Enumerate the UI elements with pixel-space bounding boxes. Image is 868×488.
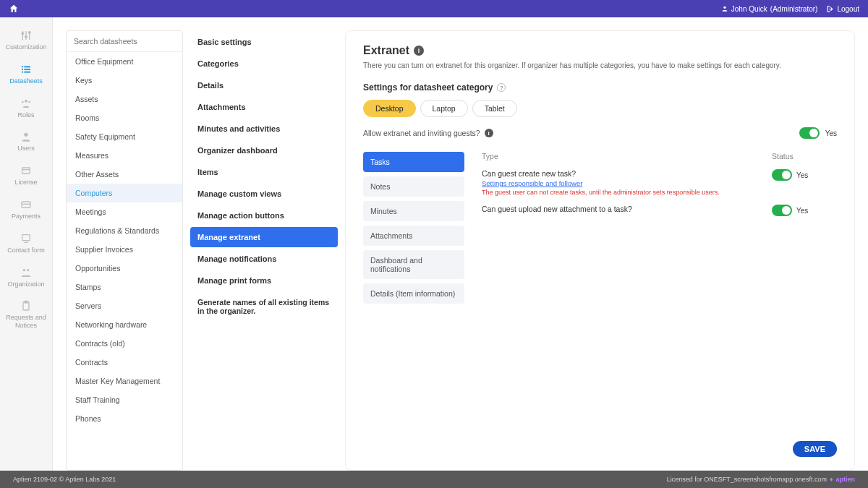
perm-label: Can guest create new task?: [482, 169, 772, 178]
info-icon[interactable]: i: [414, 46, 424, 56]
settings-item[interactable]: Manage action buttons: [190, 205, 338, 226]
svg-point-6: [28, 32, 30, 34]
perm-tab[interactable]: Details (Item information): [363, 283, 464, 304]
perm-status: Yes: [796, 171, 808, 179]
perm-tab[interactable]: Minutes: [363, 201, 464, 221]
datasheet-item[interactable]: Contracts (old): [67, 334, 182, 353]
datasheet-item[interactable]: Meetings: [67, 202, 182, 221]
settings-item[interactable]: Manage custom views: [190, 184, 338, 204]
datasheet-item[interactable]: Contracts: [67, 353, 182, 372]
settings-item[interactable]: Manage notifications: [190, 249, 338, 269]
settings-item[interactable]: Categories: [190, 53, 338, 74]
svg-rect-8: [24, 66, 30, 67]
nav-item-users[interactable]: Users: [0, 126, 52, 157]
extranet-panel: Extranet i There you can turn on extrane…: [345, 30, 855, 471]
settings-item[interactable]: Attachments: [190, 97, 338, 117]
user-name: John Quick: [731, 5, 767, 13]
permission-row: Can guest create new task?Settings respo…: [482, 165, 837, 200]
perm-label: Can guest upload new attachment to a tas…: [482, 205, 772, 213]
device-tab-laptop[interactable]: Laptop: [420, 100, 468, 117]
device-tab-tablet[interactable]: Tablet: [472, 100, 517, 117]
datasheet-item[interactable]: Supplier Invoices: [67, 240, 182, 259]
svg-rect-11: [22, 71, 23, 72]
perm-status: Yes: [796, 207, 808, 215]
datasheet-item[interactable]: Safety Equipment: [67, 127, 182, 146]
perm-tab[interactable]: Dashboard and notifications: [363, 250, 464, 279]
col-type-header: Type: [482, 152, 772, 160]
settings-item[interactable]: Details: [190, 75, 338, 95]
datasheet-item[interactable]: Master Key Management: [67, 372, 182, 390]
datasheet-item[interactable]: Networking hardware: [67, 315, 182, 334]
settings-item[interactable]: Items: [190, 162, 338, 182]
settings-heading-text: Settings for datasheet category: [363, 82, 493, 93]
perm-tab[interactable]: Notes: [363, 176, 464, 197]
user-icon: [20, 130, 33, 143]
search-input[interactable]: [67, 31, 182, 52]
save-button[interactable]: SAVE: [793, 441, 837, 457]
allow-extranet-value: Yes: [825, 129, 837, 137]
info-icon[interactable]: i: [485, 129, 493, 137]
nav-label: Payments: [12, 213, 41, 221]
footer-license: Licensed for ONESFT_screenshotsfromapp.o…: [667, 476, 827, 483]
settings-item[interactable]: Manage print forms: [190, 270, 338, 291]
settings-item[interactable]: Minutes and activities: [190, 119, 338, 139]
nav-item-license[interactable]: License: [0, 160, 52, 191]
datasheet-item[interactable]: Stamps: [67, 278, 182, 296]
nav-item-customization[interactable]: Customization: [0, 25, 52, 56]
footer-brand: aptien: [835, 476, 855, 483]
nav-item-organization[interactable]: Organization: [0, 262, 52, 293]
permission-tabs: TasksNotesMinutesAttachmentsDashboard an…: [363, 152, 464, 304]
perm-settings-link[interactable]: Settings responsible and follower: [482, 179, 772, 187]
svg-rect-10: [24, 69, 30, 70]
perm-tab[interactable]: Tasks: [363, 152, 464, 172]
datasheet-item[interactable]: Keys: [67, 71, 182, 90]
settings-heading: Settings for datasheet category ?: [363, 82, 837, 93]
svg-point-14: [22, 100, 24, 103]
settings-item[interactable]: Organizer dashboard: [190, 140, 338, 160]
datasheet-item[interactable]: Regulations & Standards: [67, 221, 182, 240]
nav-item-datasheets[interactable]: Datasheets: [0, 59, 52, 90]
allow-extranet-toggle[interactable]: [799, 127, 820, 139]
roles-icon: [20, 97, 33, 110]
datasheets-column: Office EquipmentKeysAssetsRoomsSafety Eq…: [66, 30, 183, 471]
topbar: John Quick (Administrator) Logout: [0, 0, 868, 17]
svg-rect-17: [22, 168, 30, 174]
logout-label: Logout: [837, 5, 859, 13]
datasheet-item[interactable]: Office Equipment: [67, 52, 182, 71]
datasheets-list: Office EquipmentKeysAssetsRoomsSafety Eq…: [67, 52, 182, 470]
nav-item-roles[interactable]: Roles: [0, 93, 52, 124]
perm-toggle[interactable]: [772, 169, 792, 181]
settings-item[interactable]: Basic settings: [190, 32, 338, 52]
device-tab-desktop[interactable]: Desktop: [363, 100, 416, 117]
logout-button[interactable]: Logout: [826, 5, 859, 13]
user-account[interactable]: John Quick (Administrator): [721, 5, 818, 13]
datasheet-item[interactable]: Measures: [67, 146, 182, 165]
datasheet-item[interactable]: Other Assets: [67, 165, 182, 184]
nav-label: Roles: [17, 111, 34, 119]
datasheet-item[interactable]: Assets: [67, 90, 182, 108]
datasheet-item[interactable]: Phones: [67, 409, 182, 428]
nav-item-payments[interactable]: Payments: [0, 194, 52, 225]
datasheet-item[interactable]: Staff Training: [67, 390, 182, 409]
user-icon: [721, 5, 728, 12]
nav-item-requests-and-notices[interactable]: Requests and Notices: [0, 295, 52, 334]
perm-tab[interactable]: Attachments: [363, 226, 464, 246]
datasheet-item[interactable]: Opportunities: [67, 259, 182, 278]
datasheet-item[interactable]: Computers: [67, 184, 182, 202]
nav-label: License: [14, 179, 37, 187]
help-icon[interactable]: ?: [497, 83, 506, 92]
settings-item[interactable]: Generate names of all existing items in …: [190, 292, 338, 321]
settings-item[interactable]: Manage extranet: [190, 227, 338, 247]
svg-rect-9: [22, 69, 23, 70]
contact-icon: [20, 232, 33, 245]
home-icon[interactable]: [9, 4, 19, 14]
datasheet-item[interactable]: Servers: [67, 296, 182, 315]
perm-toggle[interactable]: [772, 205, 792, 216]
svg-point-15: [28, 100, 30, 103]
datasheet-item[interactable]: Rooms: [67, 108, 182, 127]
perm-warning: The guest user can not create tasks, unt…: [482, 189, 772, 196]
svg-point-22: [23, 269, 25, 271]
card-icon: [20, 198, 33, 211]
nav-item-contact-form[interactable]: Contact form: [0, 228, 52, 259]
nav-label: Requests and Notices: [4, 314, 48, 330]
